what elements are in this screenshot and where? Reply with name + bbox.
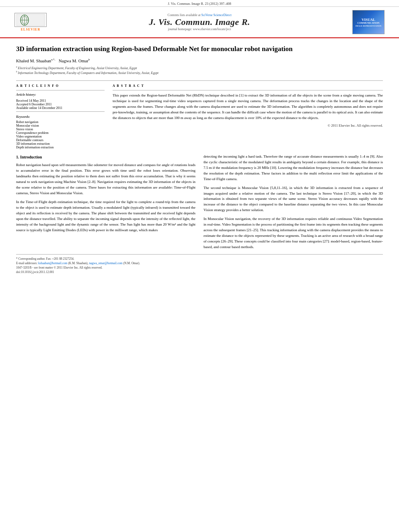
divider-2 xyxy=(16,111,105,112)
intro-para-2: In the Time-of-Flight depth estimation t… xyxy=(16,199,195,233)
article-info-heading: A R T I C L E I N F O xyxy=(16,84,105,88)
intro-col-right: detecting the incoming light a hard task… xyxy=(204,154,383,250)
introduction-section: 1. Introduction Robot navigation based u… xyxy=(16,154,383,250)
copyright-line: © 2011 Elsevier Inc. All rights reserved… xyxy=(113,123,383,127)
intro-section-title: 1. Introduction xyxy=(16,154,195,160)
email2[interactable]: nagwa_omar@hotmail.com xyxy=(89,261,122,265)
footer-section: * Corresponding author. Fax: +201 88 232… xyxy=(16,254,383,274)
history-received: Received 14 May 2011 xyxy=(16,99,105,103)
elsevier-logo-area: ELSEVIER xyxy=(6,13,55,31)
intro-para-1: Robot navigation based upon self-measure… xyxy=(16,162,195,196)
intro-para-4: The second technique is Monocular Vision… xyxy=(204,185,383,214)
journal-name-area: Contents lists available at SciVerse Sci… xyxy=(55,13,344,31)
email-label: E-mail addresses: xyxy=(16,261,37,265)
journal-homepage: journal homepage: www.elsevier.com/locat… xyxy=(55,27,344,31)
email1-name: (K.M. Shaaban), xyxy=(68,261,88,265)
authors-line: Khaled M. Shaabana,*, Nagwa M. Omarb xyxy=(16,58,383,63)
keyword-1: Robot navigation xyxy=(16,120,105,124)
article-history-label: Article history: xyxy=(16,93,105,97)
journal-header: ELSEVIER Contents lists available at Sci… xyxy=(0,7,399,38)
keyword-8: Depth information extraction xyxy=(16,146,105,149)
journal-title: J. Vis. Commun. Image R. xyxy=(55,17,344,27)
keywords-label: Keywords: xyxy=(16,115,105,119)
journal-citation-bar: J. Vis. Commun. Image R. 23 (2012) 397–4… xyxy=(0,0,399,7)
visual-logo-area: VISUAL COMMUNICATION IMAGE REPRESENTATIO… xyxy=(344,10,393,34)
article-info-column: A R T I C L E I N F O Article history: R… xyxy=(16,84,105,149)
intro-para-5: In Monocular Vision navigation, the reco… xyxy=(204,216,383,250)
doi-line: doi:10.1016/j.jvcir.2011.12.001 xyxy=(16,270,383,274)
affiliation-b: b Information Technology Department, Fac… xyxy=(16,70,383,76)
keyword-6: Deformable contours xyxy=(16,138,105,142)
email-line: E-mail addresses: kshaaban@hotmail.com (… xyxy=(16,261,383,265)
visual-logo-line3: IMAGE REPRESENTATION xyxy=(356,25,381,27)
affiliation-a: a Electrical Engineering Department, Fac… xyxy=(16,66,383,71)
journal-citation: J. Vis. Commun. Image R. 23 (2012) 397–4… xyxy=(168,2,231,6)
history-accepted: Accepted 6 December 2011 xyxy=(16,103,105,106)
keyword-3: Stereo vision xyxy=(16,127,105,131)
keyword-7: 3D information extraction xyxy=(16,142,105,146)
elsevier-label: ELSEVIER xyxy=(21,28,40,31)
article-title: 3D information extraction using Region-b… xyxy=(16,45,383,54)
abstract-heading: A B S T R A C T xyxy=(113,84,383,88)
keyword-2: Monocular vision xyxy=(16,124,105,127)
keyword-4: Correspondence problem xyxy=(16,131,105,135)
abstract-text: This paper extends the Region-based Defo… xyxy=(113,93,383,121)
visual-logo: VISUAL COMMUNICATION IMAGE REPRESENTATIO… xyxy=(352,10,385,34)
intro-col-left: 1. Introduction Robot navigation based u… xyxy=(16,154,195,250)
footnote-star: * Corresponding author. Fax: +201 88 232… xyxy=(16,257,383,261)
elsevier-logo-img xyxy=(14,13,47,27)
email1[interactable]: kshaaban@hotmail.com xyxy=(38,261,68,265)
divider-3 xyxy=(113,90,383,90)
visual-logo-line2: COMMUNICATION xyxy=(358,22,380,24)
article-info-abstract-section: A R T I C L E I N F O Article history: R… xyxy=(16,80,383,149)
author-2-name: Nagwa M. Omarb xyxy=(59,58,90,63)
issn-line: 1047-3203/$ - see front matter © 2011 El… xyxy=(16,266,383,269)
email2-name: (N.M. Omar). xyxy=(123,261,140,265)
history-available: Available online 14 December 2011 xyxy=(16,106,105,110)
affiliations: a Electrical Engineering Department, Fac… xyxy=(16,66,383,76)
main-content: 3D information extraction using Region-b… xyxy=(0,38,399,281)
divider-1 xyxy=(16,90,105,90)
visual-logo-line1: VISUAL xyxy=(362,18,375,22)
sciverse-link[interactable]: SciVerse ScienceDirect xyxy=(202,13,232,17)
abstract-column: A B S T R A C T This paper extends the R… xyxy=(113,84,383,149)
author-1-name: Khaled M. Shaabana,*, xyxy=(16,58,56,63)
intro-para-3: detecting the incoming light a hard task… xyxy=(204,154,383,182)
sciverse-label: Contents lists available at SciVerse Sci… xyxy=(55,13,344,17)
keyword-5: Video segmentation xyxy=(16,135,105,138)
